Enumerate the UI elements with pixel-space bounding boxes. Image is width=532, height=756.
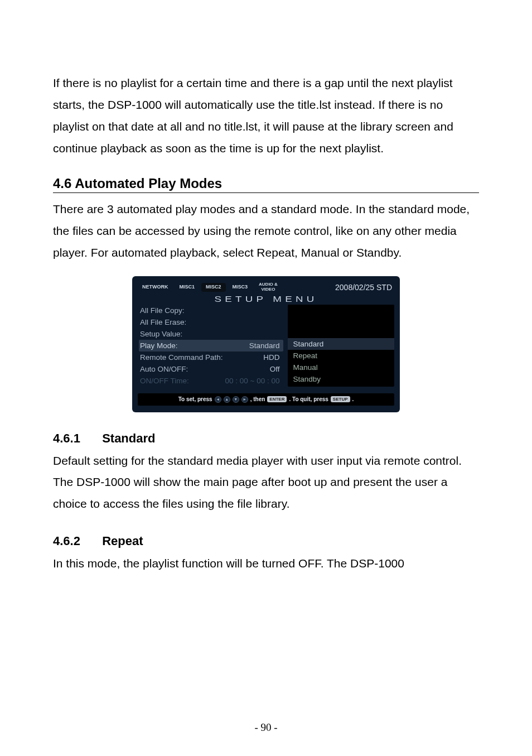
intro-paragraph: If there is no playlist for a certain ti… — [53, 73, 479, 159]
enter-keycap: ENTER — [267, 396, 287, 402]
arrow-left-icon: ◄ — [215, 396, 221, 403]
footer-text: . To quit, press — [289, 396, 328, 402]
row-on-off-time: ON/OFF Time: 00 : 00 ~ 00 : 00 — [139, 375, 283, 387]
section-heading-4-6: 4.6 Automated Play Modes — [53, 176, 479, 193]
footer-hint: To set, press ◄ ▲ ▼ ► , then ENTER . To … — [138, 393, 394, 406]
row-all-file-copy[interactable]: All File Copy: — [139, 305, 283, 316]
option-repeat[interactable]: Repeat — [288, 350, 394, 362]
options-list: Standard Repeat Manual Standby — [288, 305, 394, 387]
tab-misc2[interactable]: MISC2 — [201, 283, 226, 292]
footer-text: . — [352, 396, 354, 402]
footer-text: , then — [250, 396, 265, 402]
setup-keycap: SETUP — [331, 396, 350, 402]
subsection-paragraph: Default setting for the standard media p… — [53, 450, 479, 516]
menu-title: SETUP MENU — [132, 294, 400, 304]
row-label: Auto ON/OFF: — [140, 365, 188, 373]
row-setup-value[interactable]: Setup Value: — [139, 328, 283, 340]
row-play-mode[interactable]: Play Mode: Standard — [139, 340, 283, 351]
row-label: All File Copy: — [140, 306, 185, 315]
option-standard[interactable]: Standard — [288, 338, 394, 350]
setup-menu-panel: NETWORK MISC1 MISC2 MISC3 AUDIO & VIDEO … — [132, 276, 400, 412]
row-all-file-erase[interactable]: All File Erase: — [139, 316, 283, 328]
section-paragraph: There are 3 automated play modes and a s… — [53, 199, 479, 264]
option-manual[interactable]: Manual — [288, 362, 394, 373]
subsection-heading-4-6-2: 4.6.2 Repeat — [53, 534, 479, 548]
footer-text: To set, press — [178, 396, 212, 402]
row-label: Remote Command Path: — [140, 353, 223, 362]
row-remote-command-path[interactable]: Remote Command Path: HDD — [139, 351, 283, 363]
row-label: ON/OFF Time: — [140, 377, 189, 385]
tab-row: NETWORK MISC1 MISC2 MISC3 AUDIO & VIDEO … — [132, 276, 400, 295]
subsection-title: Repeat — [102, 534, 143, 548]
row-label: All File Erase: — [140, 318, 186, 326]
tab-misc3[interactable]: MISC3 — [228, 283, 253, 292]
tab-misc1[interactable]: MISC1 — [175, 283, 200, 292]
row-value: Standard — [249, 341, 280, 350]
option-standby[interactable]: Standby — [288, 373, 394, 385]
row-auto-on-off[interactable]: Auto ON/OFF: Off — [139, 363, 283, 375]
subsection-heading-4-6-1: 4.6.1 Standard — [53, 431, 479, 446]
row-label: Play Mode: — [140, 341, 178, 350]
settings-list: All File Copy: All File Erase: Setup Val… — [139, 305, 283, 387]
arrow-up-icon: ▲ — [224, 396, 230, 403]
row-value: Off — [270, 365, 280, 373]
page-number: - 90 - — [0, 721, 532, 734]
date-display: 2008/02/25 STD — [335, 283, 394, 292]
subsection-number: 4.6.1 — [53, 431, 99, 446]
subsection-title: Standard — [102, 431, 155, 445]
subsection-number: 4.6.2 — [53, 534, 99, 548]
arrow-down-icon: ▼ — [233, 396, 239, 403]
subsection-paragraph: In this mode, the playlist function will… — [53, 553, 479, 575]
tab-audio-video[interactable]: AUDIO & VIDEO — [254, 281, 282, 294]
tab-network[interactable]: NETWORK — [138, 283, 173, 292]
row-label: Setup Value: — [140, 330, 182, 338]
arrow-right-icon: ► — [241, 396, 248, 403]
row-value: HDD — [263, 353, 279, 362]
row-value: 00 : 00 ~ 00 : 00 — [225, 377, 280, 385]
embedded-screenshot: NETWORK MISC1 MISC2 MISC3 AUDIO & VIDEO … — [53, 276, 479, 412]
